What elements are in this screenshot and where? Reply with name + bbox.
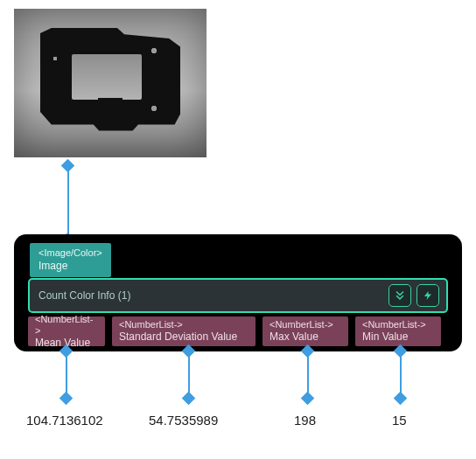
value-min: 15 — [392, 413, 407, 428]
port-type: <NumberList-> — [270, 319, 341, 330]
part-hole — [51, 54, 60, 63]
part-silhouette — [40, 28, 180, 133]
output-port-min[interactable]: <NumberList-> Min Value — [355, 316, 441, 346]
value-mean: 104.7136102 — [26, 413, 103, 428]
connector-line — [67, 170, 69, 240]
port-type: <NumberList-> — [362, 319, 434, 330]
part-hole — [149, 103, 159, 114]
value-stddev: 54.7535989 — [149, 413, 218, 428]
part-cutout — [72, 54, 142, 100]
part-notch — [98, 98, 122, 110]
port-type: <NumberList-> — [35, 314, 98, 337]
node-title: Count Color Info (1) — [38, 289, 383, 302]
node-count-color-info: <Image/Color> Image Count Color Info (1)… — [14, 234, 462, 351]
output-port-stddev[interactable]: <NumberList-> Standard Deviation Value — [112, 316, 256, 346]
connector-diamond — [394, 392, 408, 406]
connector-diamond — [182, 392, 196, 406]
connector-diamond — [60, 392, 74, 406]
run-button[interactable] — [416, 284, 439, 307]
output-port-mean[interactable]: <NumberList-> Mean Value — [28, 316, 105, 346]
port-label: Max Value — [270, 330, 341, 343]
port-type: <Image/Color> — [38, 247, 102, 260]
bolt-icon — [423, 289, 433, 302]
value-max: 198 — [294, 413, 316, 428]
expand-button[interactable] — [388, 284, 411, 307]
connector-diamond — [301, 392, 315, 406]
port-label: Standard Deviation Value — [119, 330, 248, 343]
chevrons-down-icon — [394, 289, 406, 302]
part-hole — [149, 45, 159, 56]
port-label: Image — [38, 260, 102, 273]
port-label: Min Value — [362, 330, 434, 343]
port-type: <NumberList-> — [119, 319, 248, 330]
node-title-row: Count Color Info (1) — [28, 278, 448, 313]
input-image-thumbnail — [14, 9, 206, 157]
output-port-max[interactable]: <NumberList-> Max Value — [262, 316, 348, 346]
input-port-image[interactable]: <Image/Color> Image — [30, 243, 111, 277]
output-ports: <NumberList-> Mean Value <NumberList-> S… — [28, 316, 448, 346]
